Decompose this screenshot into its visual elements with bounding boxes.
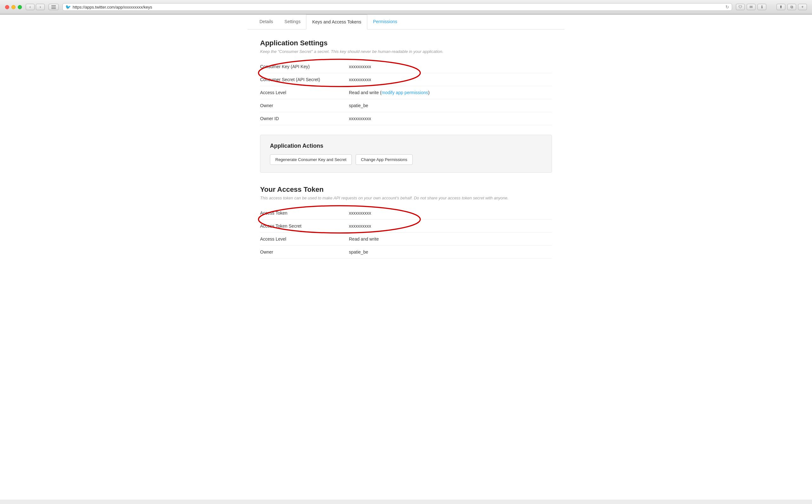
content: Application Settings Keep the "Consumer … bbox=[247, 29, 565, 278]
owner-id-row: Owner ID xxxxxxxxxx bbox=[260, 112, 552, 125]
reload-button[interactable]: ↻ bbox=[725, 4, 729, 10]
change-permissions-button[interactable]: Change App Permissions bbox=[355, 154, 413, 165]
url-text: https://apps.twitter.com/app/xxxxxxxxx/k… bbox=[73, 5, 724, 10]
owner-id-value: xxxxxxxxxx bbox=[349, 112, 552, 125]
page: Details Settings Keys and Access Tokens … bbox=[0, 15, 812, 500]
shield-icon-btn[interactable]: 🛡 bbox=[736, 4, 745, 10]
add-tab-btn[interactable]: + bbox=[798, 4, 807, 10]
app-actions-buttons: Regenerate Consumer Key and Secret Chang… bbox=[270, 154, 542, 165]
windows-icon-btn[interactable]: ⧉ bbox=[787, 4, 796, 10]
access-token-label: Access Token bbox=[260, 207, 349, 220]
access-token-row: Access Token xxxxxxxxxx bbox=[260, 207, 552, 220]
access-token-secret-row: Access Token Secret xxxxxxxxxx bbox=[260, 220, 552, 233]
tab-keys[interactable]: Keys and Access Tokens bbox=[306, 15, 367, 29]
consumer-secret-row: Consumer Secret (API Secret) xxxxxxxxxx bbox=[260, 73, 552, 86]
owner-token-label: Owner bbox=[260, 246, 349, 259]
app-actions-title: Application Actions bbox=[270, 143, 542, 149]
access-level-label: Access Level bbox=[260, 86, 349, 99]
access-token-value: xxxxxxxxxx bbox=[349, 207, 552, 220]
app-actions-box: Application Actions Regenerate Consumer … bbox=[260, 135, 552, 173]
tab-details[interactable]: Details bbox=[254, 15, 279, 29]
access-token-section: Your Access Token This access token can … bbox=[260, 185, 552, 259]
sidebar-button[interactable] bbox=[49, 4, 59, 10]
close-button[interactable] bbox=[5, 5, 9, 9]
consumer-key-label: Consumer Key (API Key) bbox=[260, 60, 349, 73]
svg-rect-1 bbox=[51, 7, 56, 7]
svg-rect-0 bbox=[51, 5, 56, 6]
svg-rect-2 bbox=[51, 8, 56, 9]
access-level-token-row: Access Level Read and write bbox=[260, 233, 552, 246]
page-wrapper: Details Settings Keys and Access Tokens … bbox=[247, 15, 565, 500]
consumer-secret-label: Consumer Secret (API Secret) bbox=[260, 73, 349, 86]
owner-value: spatie_be bbox=[349, 99, 552, 112]
traffic-lights bbox=[5, 5, 22, 9]
twitter-favicon: 🐦 bbox=[65, 4, 71, 10]
address-bar[interactable]: 🐦 https://apps.twitter.com/app/xxxxxxxxx… bbox=[62, 3, 732, 11]
tab-permissions[interactable]: Permissions bbox=[367, 15, 403, 29]
consumer-key-value: xxxxxxxxxx bbox=[349, 60, 552, 73]
owner-token-value: spatie_be bbox=[349, 246, 552, 259]
modify-permissions-link[interactable]: modify app permissions bbox=[381, 90, 428, 95]
info-icon-btn[interactable]: ℹ bbox=[757, 4, 766, 10]
access-token-table-wrapper: Access Token xxxxxxxxxx Access Token Sec… bbox=[260, 207, 552, 259]
browser-chrome: ‹ › 🐦 https://apps.twitter.com/app/xxxxx… bbox=[0, 0, 812, 15]
owner-row: Owner spatie_be bbox=[260, 99, 552, 112]
access-level-value: Read and write (modify app permissions) bbox=[349, 86, 552, 99]
app-settings-subtitle: Keep the "Consumer Secret" a secret. Thi… bbox=[260, 49, 552, 54]
consumer-secret-value: xxxxxxxxxx bbox=[349, 73, 552, 86]
share-icon-btn[interactable]: ⬆ bbox=[776, 4, 785, 10]
regenerate-button[interactable]: Regenerate Consumer Key and Secret bbox=[270, 154, 352, 165]
forward-button[interactable]: › bbox=[36, 4, 45, 10]
nav-buttons: ‹ › bbox=[26, 4, 45, 10]
consumer-key-row: Consumer Key (API Key) xxxxxxxxxx bbox=[260, 60, 552, 73]
access-level-row: Access Level Read and write (modify app … bbox=[260, 86, 552, 99]
settings-table-wrapper: Consumer Key (API Key) xxxxxxxxxx Consum… bbox=[260, 60, 552, 125]
access-token-title: Your Access Token bbox=[260, 185, 552, 194]
owner-token-row: Owner spatie_be bbox=[260, 246, 552, 259]
maximize-button[interactable] bbox=[18, 5, 22, 9]
owner-id-label: Owner ID bbox=[260, 112, 349, 125]
access-token-secret-value: xxxxxxxxxx bbox=[349, 220, 552, 233]
access-level-token-label: Access Level bbox=[260, 233, 349, 246]
access-level-token-value: Read and write bbox=[349, 233, 552, 246]
access-token-subtitle: This access token can be used to make AP… bbox=[260, 196, 552, 200]
title-bar: ‹ › 🐦 https://apps.twitter.com/app/xxxxx… bbox=[0, 0, 812, 14]
settings-table: Consumer Key (API Key) xxxxxxxxxx Consum… bbox=[260, 60, 552, 125]
owner-label: Owner bbox=[260, 99, 349, 112]
access-token-secret-label: Access Token Secret bbox=[260, 220, 349, 233]
app-settings-section: Application Settings Keep the "Consumer … bbox=[260, 39, 552, 125]
mail-icon-btn[interactable]: ✉ bbox=[747, 4, 756, 10]
toolbar-right: 🛡 ✉ ℹ ⬆ ⧉ + bbox=[736, 4, 807, 10]
tabs-bar: Details Settings Keys and Access Tokens … bbox=[247, 15, 565, 29]
back-button[interactable]: ‹ bbox=[26, 4, 35, 10]
minimize-button[interactable] bbox=[11, 5, 16, 9]
app-settings-title: Application Settings bbox=[260, 39, 552, 47]
access-token-table: Access Token xxxxxxxxxx Access Token Sec… bbox=[260, 207, 552, 259]
tab-settings[interactable]: Settings bbox=[279, 15, 306, 29]
